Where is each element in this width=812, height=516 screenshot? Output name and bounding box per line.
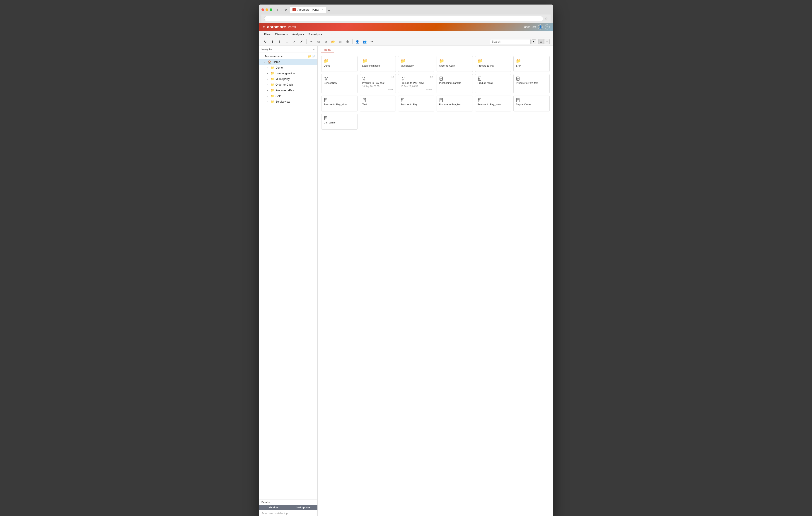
main-content: Home 📁 Demo 📁 Loan origination 📁 Municip… xyxy=(318,46,553,516)
toolbar-sep-1 xyxy=(306,39,307,44)
forward-button[interactable]: › xyxy=(280,7,283,12)
card-procure-to-pay-slow-log[interactable]: Procure-to-Pay_slow xyxy=(321,96,357,112)
sidebar-my-workspace[interactable]: My workspace 📁 📄 xyxy=(259,54,317,59)
sidebar-item-municipality[interactable]: ▸ 📁 Municipality xyxy=(259,76,317,82)
tab-favicon: a xyxy=(292,8,296,11)
back-button[interactable]: ‹ xyxy=(276,7,279,12)
toolbar-delete[interactable]: 🗑 xyxy=(345,39,350,44)
card-call-center[interactable]: Call center xyxy=(321,114,357,129)
card-sap[interactable]: 📁 SAP xyxy=(513,56,550,72)
card-demo[interactable]: 📁 Demo xyxy=(321,56,357,72)
sidebar-demo-label: Demo xyxy=(276,66,283,69)
menu-redesign[interactable]: Redesign ▾ xyxy=(307,32,324,37)
menu-discover[interactable]: Discover ▾ xyxy=(273,32,290,37)
card-ptps-model-icon xyxy=(401,77,405,81)
sidebar-item-servicenow[interactable]: ▸ 📁 ServiceNow xyxy=(259,99,317,104)
card-procure-to-pay[interactable]: 📁 Procure-to-Pay xyxy=(475,56,511,72)
card-procure-to-pay-log[interactable]: Procure-to-Pay xyxy=(398,96,434,112)
svg-point-34 xyxy=(517,79,517,79)
card-procure-to-pay-slow-log2[interactable]: Procure-to-Pay_slow xyxy=(475,96,511,112)
new-tab-button[interactable]: + xyxy=(326,9,332,13)
sidebar-item-sap[interactable]: ▸ 📁 SAP xyxy=(259,93,317,99)
toolbar-users[interactable]: 👥 xyxy=(361,39,368,44)
header-right: User, Test 👤 ? xyxy=(524,25,550,29)
close-light[interactable] xyxy=(261,8,264,11)
help-button[interactable]: ? xyxy=(545,25,550,29)
sn-expand-icon: ▸ xyxy=(267,100,269,103)
toolbar-grid[interactable]: ⊞ xyxy=(337,39,343,44)
card-test[interactable]: Test xyxy=(360,96,396,112)
menu-analyze[interactable]: Analyze ▾ xyxy=(290,32,306,37)
details-table-header: Version Last update xyxy=(259,505,317,510)
card-procure-to-pay-fast-model[interactable]: 1.0 Procure-to-Pay_fast 16 Sep 20, 08:55… xyxy=(360,74,396,93)
card-procure-to-pay-slow-model[interactable]: 1.0 Procure-to-Pay_slow 16 Sep 20, 08:56… xyxy=(398,74,434,93)
card-procure-to-pay-fast-log2[interactable]: Procure-to-Pay_fast xyxy=(437,96,473,112)
card-ptpl-label: Procure-to-Pay xyxy=(401,103,432,106)
bookmark-star-icon[interactable]: ☆ xyxy=(545,17,548,20)
card-loan-origination[interactable]: 📁 Loan origination xyxy=(360,56,396,72)
search-input[interactable] xyxy=(490,39,531,44)
menu-bar: File ▾ Discover ▾ Analyze ▾ Redesign ▾ xyxy=(259,31,553,38)
sap-folder-icon: 📁 xyxy=(270,94,274,98)
svg-point-83 xyxy=(324,118,325,118)
card-order-to-cash[interactable]: 📁 Order-to-Cash xyxy=(437,56,473,72)
nav-buttons: ‹ › ↻ xyxy=(276,7,288,12)
sidebar-item-procure-to-pay[interactable]: ▸ 📁 Procure-to-Pay xyxy=(259,87,317,93)
sidebar-item-order-to-cash[interactable]: ▸ 📁 Order-to-Cash xyxy=(259,82,317,87)
sap-expand-icon: ▸ xyxy=(267,95,269,97)
toolbar-user[interactable]: 👤 xyxy=(354,39,360,44)
toolbar-share[interactable]: ⇄ xyxy=(369,39,375,44)
toolbar-cut[interactable]: ✂ xyxy=(308,39,314,44)
toolbar-refresh[interactable]: ↻ xyxy=(262,39,268,44)
svg-rect-1 xyxy=(326,77,327,78)
sidebar-item-home[interactable]: ▾ 🏠 Home xyxy=(259,59,317,65)
toolbar-copy[interactable]: ⧉ xyxy=(316,39,321,44)
toolbar-folder[interactable]: 📂 xyxy=(330,39,336,44)
content-grid: 📁 Demo 📁 Loan origination 📁 Municipality… xyxy=(318,53,553,516)
svg-point-82 xyxy=(324,117,325,118)
browser-window: ‹ › ↻ a Apromore - Portal × + ☆ ✦ ap xyxy=(259,4,553,516)
address-input[interactable] xyxy=(264,16,543,21)
card-procure-to-pay-fast-log[interactable]: Procure-to-Pay_fast xyxy=(513,74,550,93)
workspace-action-1[interactable]: 📁 xyxy=(308,55,311,58)
card-product-repair[interactable]: Product repair xyxy=(475,74,511,93)
sidebar-item-demo[interactable]: ▸ 📁 Demo xyxy=(259,65,317,70)
svg-rect-7 xyxy=(364,79,365,80)
minimize-light[interactable] xyxy=(265,8,268,11)
toolbar-upload[interactable]: ⬆ xyxy=(270,39,276,44)
details-label: Details xyxy=(259,499,317,505)
grid-view-button[interactable]: ⊞ xyxy=(538,39,544,44)
svg-rect-6 xyxy=(365,77,366,78)
menu-discover-label: Discover xyxy=(275,33,286,36)
sidebar-collapse-button[interactable]: « xyxy=(313,48,315,51)
svg-line-13 xyxy=(402,78,403,79)
sidebar-item-loan-origination[interactable]: ▸ 📁 Loan origination xyxy=(259,70,317,76)
browser-controls: ‹ › ↻ a Apromore - Portal × + xyxy=(261,7,551,13)
svg-point-63 xyxy=(440,100,440,101)
card-test-log-icon xyxy=(362,98,366,102)
toolbar-download[interactable]: ⬇ xyxy=(277,39,283,44)
maximize-light[interactable] xyxy=(270,8,272,11)
user-avatar[interactable]: 👤 xyxy=(538,25,543,29)
card-municipality[interactable]: 📁 Municipality xyxy=(398,56,434,72)
tab-title: Apromore - Portal xyxy=(297,8,319,11)
card-servicenow-label: ServiceNow xyxy=(324,82,355,84)
menu-file[interactable]: File ▾ xyxy=(262,32,272,37)
list-view-button[interactable]: ≡ xyxy=(544,39,550,44)
card-sepsis-cases[interactable]: Sepsis Cases xyxy=(513,96,550,112)
toolbar-check[interactable]: ✓ xyxy=(291,39,297,44)
browser-tab[interactable]: a Apromore - Portal × xyxy=(290,7,326,13)
workspace-action-2[interactable]: 📄 xyxy=(312,55,316,58)
tab-home[interactable]: Home xyxy=(321,47,334,53)
card-sepsis-label: Sepsis Cases xyxy=(516,103,547,106)
card-demo-folder-icon: 📁 xyxy=(324,58,355,63)
toolbar-table[interactable]: ⊟ xyxy=(284,39,290,44)
card-purchasing-example[interactable]: PurchasingExample xyxy=(437,74,473,93)
search-dropdown[interactable]: ▾ xyxy=(531,39,536,44)
tab-close-button[interactable]: × xyxy=(322,8,323,11)
reload-button[interactable]: ↻ xyxy=(284,7,288,12)
toolbar-x[interactable]: ✗ xyxy=(299,39,304,44)
card-servicenow[interactable]: ServiceNow xyxy=(321,74,357,93)
card-municipality-folder-icon: 📁 xyxy=(401,58,432,63)
toolbar-copy2[interactable]: ⧉ xyxy=(323,39,329,44)
